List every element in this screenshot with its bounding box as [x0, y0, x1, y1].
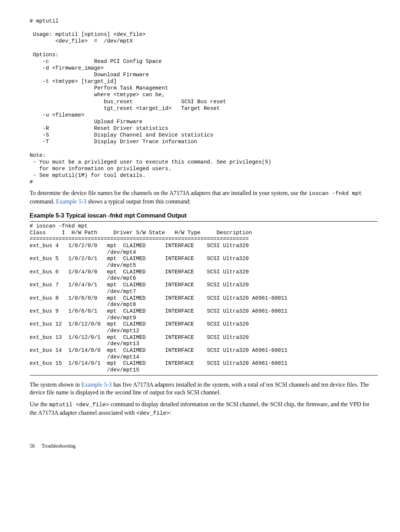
- page-number: 56: [30, 443, 35, 449]
- table-row: ext_bus 15 1/0/14/0/1 mpt CLAIMED INTERF…: [30, 360, 378, 367]
- table-row-dev: /dev/mpt8: [30, 302, 378, 308]
- paragraph-result: The system shown in Example 5-3 has five…: [30, 381, 378, 397]
- table-row-dev: /dev/mpt6: [30, 275, 378, 282]
- ioscan-divider: ========================================…: [30, 236, 378, 243]
- para3-pre: Use the: [30, 401, 49, 407]
- paragraph-intro: To determine the device file names for t…: [30, 189, 378, 206]
- footer-title: Troubleshooting: [41, 443, 76, 449]
- table-row-dev: /dev/mpt5: [30, 262, 378, 269]
- table-row: ext_bus 14 1/0/14/0/0 mpt CLAIMED INTERF…: [30, 347, 378, 354]
- table-row: ext_bus 4 1/0/2/0/0 mpt CLAIMED INTERFAC…: [30, 243, 378, 249]
- page-footer: 56Troubleshooting: [30, 443, 378, 449]
- table-row-dev: /dev/mpt13: [30, 341, 378, 347]
- table-row-dev: /dev/mpt4: [30, 249, 378, 256]
- table-row: ext_bus 5 1/0/2/0/1 mpt CLAIMED INTERFAC…: [30, 256, 378, 262]
- table-row: ext_bus 12 1/0/12/0/0 mpt CLAIMED INTERF…: [30, 321, 378, 328]
- para1-pre: To determine the device file names for t…: [30, 190, 309, 196]
- table-row-dev: /dev/mpt15: [30, 367, 378, 374]
- para3-cmd2: <dev_file>: [136, 410, 170, 417]
- table-row-dev: /dev/mpt14: [30, 354, 378, 361]
- table-row: ext_bus 6 1/0/4/0/0 mpt CLAIMED INTERFAC…: [30, 269, 378, 276]
- example-link-2[interactable]: Example 5-3: [81, 381, 112, 388]
- table-row-dev: /dev/mpt12: [30, 328, 378, 334]
- para2-pre: The system shown in: [30, 381, 81, 388]
- ioscan-cmd: # ioscan -fnkd mpt: [30, 223, 378, 230]
- para1-mid: command.: [30, 198, 56, 205]
- table-row: ext_bus 8 1/0/6/0/0 mpt CLAIMED INTERFAC…: [30, 295, 378, 302]
- para3-post: :: [170, 410, 171, 416]
- example-link[interactable]: Example 5-3: [56, 198, 86, 205]
- para1-post: shows a typical output from this command…: [86, 198, 190, 205]
- paragraph-usage: Use the mptutil <dev_file> command to di…: [30, 400, 378, 418]
- ioscan-header: Class I H/W Path Driver S/W State H/W Ty…: [30, 230, 378, 236]
- table-row-dev: /dev/mpt9: [30, 315, 378, 321]
- ioscan-output: # ioscan -fnkd mpt Class I H/W Path Driv…: [30, 221, 378, 376]
- table-row: ext_bus 9 1/0/6/0/1 mpt CLAIMED INTERFAC…: [30, 308, 378, 315]
- table-row: ext_bus 7 1/0/4/0/1 mpt CLAIMED INTERFAC…: [30, 282, 378, 289]
- para3-cmd1: mptutil <dev_file>: [49, 402, 109, 408]
- table-row-dev: /dev/mpt7: [30, 289, 378, 295]
- usage-block: Usage: mptutil [options] <dev_file> <dev…: [30, 24, 378, 185]
- para1-cmd: ioscan -fnkd mpt: [309, 191, 362, 197]
- table-row: ext_bus 13 1/0/12/0/1 mpt CLAIMED INTERF…: [30, 334, 378, 341]
- cmd-prompt: # mptutil: [30, 18, 378, 24]
- example-heading: Example 5-3 Typical ioscan -fnkd mpt Com…: [30, 212, 378, 219]
